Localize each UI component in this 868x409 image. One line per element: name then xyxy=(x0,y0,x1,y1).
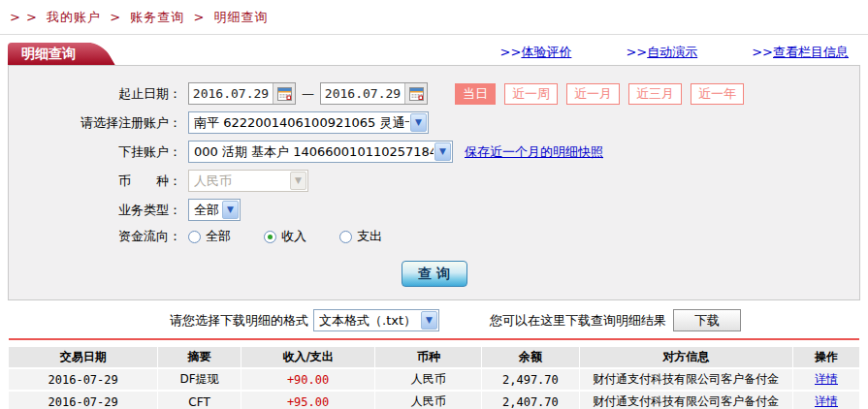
table-row: 2016-07-29 DF提现 +90.00 人民币 2,497.70 财付通支… xyxy=(9,369,859,390)
breadcrumb: > > 我的账户 > 账务查询 > 明细查询 xyxy=(0,0,868,26)
quick-range-week-button[interactable]: 近一周 xyxy=(504,83,558,105)
registered-account-select[interactable]: 南平 6222001406100921065 灵通卡 ▼ xyxy=(188,111,429,134)
divider xyxy=(0,34,868,35)
flow-option-all[interactable]: 全部 xyxy=(188,228,231,245)
link-label: 查看栏目信息 xyxy=(773,45,849,59)
cell-balance: 2,407.70 xyxy=(482,392,578,409)
tab-detail-query[interactable]: 明细查询 xyxy=(8,43,91,65)
registered-account-value: 南平 6222001406100921065 灵通卡 xyxy=(194,114,409,132)
download-format-select[interactable]: 文本格式（.txt） ▼ xyxy=(313,309,439,331)
cell-trade-date: 2016-07-29 xyxy=(9,392,157,409)
business-type-value: 全部 xyxy=(194,202,219,219)
query-button[interactable]: 查 询 xyxy=(402,261,467,287)
link-view-column-info[interactable]: >>查看栏目信息 xyxy=(752,44,849,61)
cell-currency: 人民币 xyxy=(375,369,481,390)
tab-bar: 明细查询 >>体验评价 >>自动演示 >>查看栏目信息 xyxy=(8,42,860,65)
download-row: 请您选择下载明细的格式 文本格式（.txt） ▼ 您可以在这里下载查询明细结果 … xyxy=(170,309,868,331)
currency-value: 人民币 xyxy=(194,173,232,190)
calendar-icon[interactable] xyxy=(404,83,427,104)
header-amount: 收入/支出 xyxy=(241,347,375,367)
date-to-box xyxy=(320,82,428,105)
table-row: 2016-07-29 CFT +95.00 人民币 2,407.70 财付通支付… xyxy=(9,392,859,409)
cell-amount: +90.00 xyxy=(241,369,375,390)
date-to-input[interactable] xyxy=(321,84,404,103)
breadcrumb-prefix: > > xyxy=(10,10,38,24)
link-experience-rating[interactable]: >>体验评价 xyxy=(500,44,572,61)
detail-link[interactable]: 详情 xyxy=(815,372,838,386)
sub-account-select[interactable]: 000 活期 基本户 1406600101102571848 ▼ xyxy=(188,141,453,163)
currency-row: 币 种： 人民币 ▼ xyxy=(9,170,859,192)
cell-balance: 2,497.70 xyxy=(482,369,578,390)
chevron-down-icon: ▼ xyxy=(222,201,239,219)
sub-account-row: 下挂账户： 000 活期 基本户 1406600101102571848 ▼ 保… xyxy=(9,141,859,163)
link-auto-demo[interactable]: >>自动演示 xyxy=(626,44,697,61)
breadcrumb-item-account-query[interactable]: 账务查询 xyxy=(130,10,184,24)
fund-flow-radio-group: 全部 收入 支出 xyxy=(188,228,415,245)
download-format-value: 文本格式（.txt） xyxy=(319,312,416,330)
breadcrumb-item-detail-query[interactable]: 明细查询 xyxy=(213,10,268,24)
transaction-table: 交易日期 摘要 收入/支出 币种 余额 对方信息 操作 2016-07-29 D… xyxy=(8,345,860,409)
quick-range-today-button[interactable]: 当日 xyxy=(455,83,496,105)
fund-flow-row: 资金流向： 全部 收入 支出 xyxy=(9,228,859,245)
calendar-icon[interactable] xyxy=(273,83,295,104)
chevron-down-icon: ▼ xyxy=(290,172,306,190)
currency-select: 人民币 ▼ xyxy=(188,170,308,192)
date-range-dash: — xyxy=(302,86,314,101)
chevron-down-icon: ▼ xyxy=(434,142,451,161)
detail-link[interactable]: 详情 xyxy=(815,394,838,408)
header-trade-date: 交易日期 xyxy=(9,347,157,367)
registered-account-row: 请选择注册账户： 南平 6222001406100921065 灵通卡 ▼ xyxy=(9,111,859,134)
radio-unchecked-icon[interactable] xyxy=(339,231,352,243)
flow-option-income[interactable]: 收入 xyxy=(264,228,306,245)
chevron-down-icon: ▼ xyxy=(410,113,427,132)
breadcrumb-separator: > xyxy=(193,10,205,24)
business-type-label: 业务类型： xyxy=(9,202,181,219)
download-button[interactable]: 下载 xyxy=(673,309,741,331)
business-type-row: 业务类型： 全部 ▼ xyxy=(9,199,859,221)
cell-summary: CFT xyxy=(158,392,240,409)
quick-range-year-button[interactable]: 近一年 xyxy=(691,83,744,105)
flow-option-expense[interactable]: 支出 xyxy=(339,228,382,245)
breadcrumb-separator: > xyxy=(110,10,121,24)
registered-account-label: 请选择注册账户： xyxy=(9,114,181,132)
table-header-row: 交易日期 摘要 收入/支出 币种 余额 对方信息 操作 xyxy=(9,347,859,367)
fund-flow-label: 资金流向： xyxy=(9,228,181,245)
cell-trade-date: 2016-07-29 xyxy=(9,369,157,390)
flow-option-all-label: 全部 xyxy=(206,228,231,245)
cell-currency: 人民币 xyxy=(375,392,481,409)
header-balance: 余额 xyxy=(482,347,578,367)
chevron-down-icon: ▼ xyxy=(421,311,437,330)
sub-account-value: 000 活期 基本户 1406600101102571848 xyxy=(194,143,434,161)
link-prefix: >> xyxy=(752,45,773,59)
radio-checked-icon[interactable] xyxy=(264,231,276,243)
download-hint: 您可以在这里下载查询明细结果 xyxy=(490,312,666,330)
top-links: >>体验评价 >>自动演示 >>查看栏目信息 xyxy=(500,44,860,65)
cell-counterparty: 财付通支付科技有限公司客户备付金 xyxy=(580,392,792,409)
currency-label: 币 种： xyxy=(9,173,181,190)
download-format-label: 请您选择下载明细的格式 xyxy=(170,312,308,330)
radio-unchecked-icon[interactable] xyxy=(188,231,201,243)
link-label: 体验评价 xyxy=(521,45,571,59)
date-from-box xyxy=(188,82,296,105)
flow-option-income-label: 收入 xyxy=(281,228,306,245)
header-currency: 币种 xyxy=(375,347,481,367)
cell-amount: +95.00 xyxy=(241,392,375,409)
business-type-select[interactable]: 全部 ▼ xyxy=(188,199,241,221)
date-range-label: 起止日期： xyxy=(9,85,181,103)
date-from-input[interactable] xyxy=(189,84,273,103)
cell-action: 详情 xyxy=(793,392,859,409)
cell-summary: DF提现 xyxy=(158,369,240,390)
query-form-panel: 起止日期： — xyxy=(8,65,860,300)
red-separator-line xyxy=(9,338,859,340)
link-prefix: >> xyxy=(626,45,647,59)
quick-range-3months-button[interactable]: 近三月 xyxy=(628,83,682,105)
header-action: 操作 xyxy=(793,347,859,367)
breadcrumb-item-my-account[interactable]: 我的账户 xyxy=(47,10,101,24)
flow-option-expense-label: 支出 xyxy=(357,228,382,245)
header-summary: 摘要 xyxy=(158,347,240,367)
quick-range-month-button[interactable]: 近一月 xyxy=(566,83,620,105)
quick-range-buttons: 当日 近一周 近一月 近三月 近一年 xyxy=(455,83,744,105)
header-counterparty: 对方信息 xyxy=(580,347,792,367)
sub-account-label: 下挂账户： xyxy=(9,143,181,161)
save-snapshot-link[interactable]: 保存近一个月的明细快照 xyxy=(465,143,603,161)
